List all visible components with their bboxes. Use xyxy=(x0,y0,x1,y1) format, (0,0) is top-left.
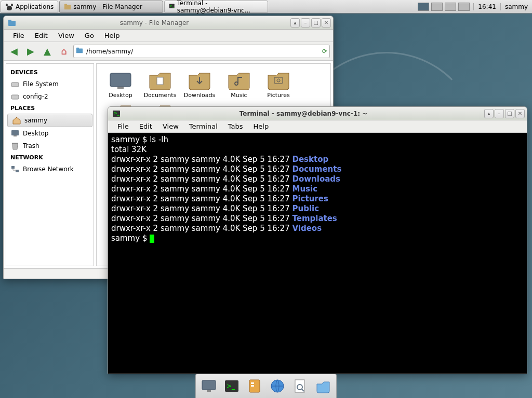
filemanager-icon xyxy=(64,3,71,10)
svg-text:>_: >_ xyxy=(227,382,235,390)
svg-rect-17 xyxy=(157,77,163,85)
term-maximize-button[interactable]: □ xyxy=(505,109,514,118)
applications-menu[interactable]: Applications xyxy=(1,1,58,13)
nav-forward-button[interactable]: ▶ xyxy=(23,44,38,59)
xfce-mouse-icon xyxy=(5,3,14,11)
svg-rect-27 xyxy=(251,382,254,384)
folder-icon xyxy=(76,47,83,56)
fm-sidebar: DEVICES File System config-2 PLACES samm… xyxy=(6,63,94,266)
fm-maximize-button[interactable]: □ xyxy=(311,18,321,28)
svg-text:>_: >_ xyxy=(114,111,120,116)
fm-minimize-button[interactable]: – xyxy=(301,18,310,28)
term-content[interactable]: sammy $ ls -lhtotal 32Kdrwxr-xr-x 2 samm… xyxy=(108,133,527,374)
nav-up-button[interactable]: ▲ xyxy=(40,44,55,59)
sidebar-item-filesystem[interactable]: File System xyxy=(6,78,94,90)
workspace-4[interactable] xyxy=(458,3,470,11)
taskbar-filemanager[interactable]: sammy - File Manager xyxy=(59,1,163,13)
term-titlebar[interactable]: >_ Terminal - sammy@debian9-vnc-1: ~ ▴ –… xyxy=(108,107,527,120)
svg-rect-28 xyxy=(251,385,254,387)
nav-home-button[interactable]: ⌂ xyxy=(57,44,71,59)
bottom-dock: >_ xyxy=(195,374,337,398)
svg-rect-16 xyxy=(117,87,124,89)
network-icon xyxy=(10,164,20,174)
reload-icon[interactable]: ⟳ xyxy=(322,48,327,55)
disk-icon xyxy=(10,79,20,89)
svg-rect-1 xyxy=(64,4,67,5)
path-bar[interactable]: ⟳ xyxy=(73,45,330,58)
fm-menu-view[interactable]: View xyxy=(53,31,79,40)
sidebar-item-sammy[interactable]: sammy xyxy=(7,114,92,127)
svg-rect-11 xyxy=(14,135,17,136)
svg-rect-15 xyxy=(110,73,131,87)
desktop-folder-icon xyxy=(108,70,133,90)
home-icon: ⌂ xyxy=(61,46,66,57)
svg-rect-7 xyxy=(76,48,79,49)
svg-rect-4 xyxy=(8,21,16,26)
workspace-2[interactable] xyxy=(431,3,443,11)
term-menu-view[interactable]: View xyxy=(157,121,184,131)
arrow-right-icon: ▶ xyxy=(27,46,34,57)
sidebar-network-header: NETWORK xyxy=(6,152,94,163)
folder-downloads[interactable]: Downloads xyxy=(182,70,217,99)
fm-menu-help[interactable]: Help xyxy=(99,31,125,40)
taskbar-term-label: Terminal - sammy@debian9-vnc... xyxy=(177,0,264,14)
fm-menu-go[interactable]: Go xyxy=(79,31,99,40)
desktop-icon xyxy=(201,378,217,394)
term-menu-file[interactable]: File xyxy=(112,121,134,131)
fm-titlebar[interactable]: sammy - File Manager ▴ – □ ✕ xyxy=(4,16,333,30)
taskbar-terminal[interactable]: >_ Terminal - sammy@debian9-vnc... xyxy=(164,1,268,13)
dock-search[interactable] xyxy=(290,376,310,396)
folder-desktop[interactable]: Desktop xyxy=(103,70,138,99)
path-input[interactable] xyxy=(86,48,319,55)
term-title: Terminal - sammy@debian9-vnc-1: ~ xyxy=(123,110,484,117)
dock-show-desktop[interactable] xyxy=(199,376,219,396)
clock[interactable]: 16:41 xyxy=(473,3,500,10)
sidebar-item-browsenetwork[interactable]: Browse Network xyxy=(6,163,94,175)
fm-title-icon xyxy=(8,19,16,27)
fm-toolbar: ◀ ▶ ▲ ⌂ ⟳ xyxy=(4,42,333,61)
workspace-3[interactable] xyxy=(445,3,456,11)
fm-shade-button[interactable]: ▴ xyxy=(290,18,300,28)
dock-home[interactable] xyxy=(313,376,333,396)
fm-menubar: File Edit View Go Help xyxy=(4,30,333,42)
taskbar-fm-label: sammy - File Manager xyxy=(73,3,142,10)
term-menu-help[interactable]: Help xyxy=(248,121,274,131)
fm-close-button[interactable]: ✕ xyxy=(322,18,331,28)
nav-back-button[interactable]: ◀ xyxy=(7,44,21,59)
user-button[interactable]: sammy xyxy=(500,3,532,10)
fm-title: sammy - File Manager xyxy=(18,19,290,26)
term-menu-terminal[interactable]: Terminal xyxy=(184,121,223,131)
trash-icon xyxy=(10,141,20,150)
workspace-1[interactable] xyxy=(418,3,429,11)
filemanager-icon xyxy=(246,378,263,394)
dock-files[interactable] xyxy=(245,376,264,396)
sidebar-item-config2[interactable]: config-2 xyxy=(6,90,94,103)
terminal-icon: >_ xyxy=(169,3,175,10)
globe-icon xyxy=(269,378,286,394)
folder-music[interactable]: Music xyxy=(221,70,257,99)
svg-rect-0 xyxy=(64,5,71,9)
folder-icon xyxy=(266,70,291,90)
arrow-up-icon: ▲ xyxy=(44,46,51,57)
applications-label: Applications xyxy=(16,3,54,10)
term-title-icon: >_ xyxy=(112,109,121,118)
sidebar-devices-header: DEVICES xyxy=(6,67,94,78)
term-minimize-button[interactable]: – xyxy=(495,109,504,118)
fm-menu-edit[interactable]: Edit xyxy=(30,31,53,40)
fm-menu-file[interactable]: File xyxy=(8,31,30,40)
term-menu-edit[interactable]: Edit xyxy=(134,121,157,131)
arrow-left-icon: ◀ xyxy=(10,46,18,57)
sidebar-item-desktop[interactable]: Desktop xyxy=(6,127,94,140)
top-panel: Applications sammy - File Manager >_ Ter… xyxy=(0,0,532,13)
term-close-button[interactable]: ✕ xyxy=(515,109,525,118)
folder-pictures[interactable]: Pictures xyxy=(261,70,296,99)
dock-terminal[interactable]: >_ xyxy=(222,376,242,396)
dock-browser[interactable] xyxy=(268,376,287,396)
sidebar-item-trash[interactable]: Trash xyxy=(6,140,94,152)
folder-documents[interactable]: Documents xyxy=(142,70,178,99)
workspace-switcher[interactable] xyxy=(417,3,470,11)
svg-rect-8 xyxy=(11,83,19,87)
term-menu-tabs[interactable]: Tabs xyxy=(223,121,248,131)
svg-rect-5 xyxy=(8,20,11,21)
term-shade-button[interactable]: ▴ xyxy=(484,109,494,118)
